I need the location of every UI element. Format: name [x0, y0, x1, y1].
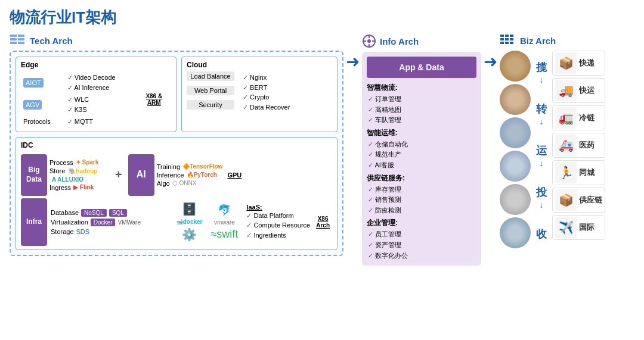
algo-row: Algo ⬡ ONNX — [157, 180, 223, 187]
edge-box: Edge AIOT Video Decode AI Inference — [16, 57, 177, 132]
lenglian-icon: 🚛 — [555, 107, 577, 129]
iaas-ingredients: Ingredients — [246, 230, 310, 241]
onnx-logo: ⬡ ONNX — [172, 180, 197, 186]
alluxio-row: A ALLUXIO — [49, 176, 109, 183]
svg-rect-13 — [505, 35, 509, 37]
ingress-row: Ingress ▶ Flink — [49, 184, 109, 191]
svg-rect-14 — [510, 35, 513, 37]
aiot-chip: AIOT — [23, 78, 44, 88]
info-item-4-2: 资产管理 — [368, 240, 476, 251]
spark-logo: ✦ Spark — [76, 159, 99, 166]
gongyinglian-label: 供应链 — [579, 195, 602, 205]
biz-arch-label: Biz Arch — [520, 36, 556, 46]
check-data-recover: Data Recover — [243, 102, 290, 113]
info-to-biz-arrow: ➜ — [484, 34, 497, 71]
check-wlc: WLC — [67, 95, 137, 105]
photo-2 — [500, 84, 531, 115]
tongcheng-icon: 🏃 — [555, 162, 577, 183]
nosql-badge: NoSQL — [81, 209, 107, 217]
service-lenglian: 🚛 冷链 — [552, 105, 605, 130]
service-kuayun: 🚚 快运 — [552, 78, 605, 103]
agv-chip: AGV — [23, 100, 42, 110]
process-row: Process ✦ Spark — [49, 159, 109, 166]
guoji-label: 国际 — [579, 222, 595, 233]
info-item-4-1: 员工管理 — [368, 229, 476, 240]
tongcheng-label: 同城 — [579, 167, 595, 178]
sds-badge: SDS — [76, 228, 90, 235]
kuayun-icon: 🚚 — [555, 80, 577, 101]
kuaidi-icon: 📦 — [555, 52, 577, 74]
info-section-1: 智慧物流: 订单管理 高精地图 车队管理 — [367, 83, 476, 126]
flink-logo: ▶ Flink — [73, 184, 94, 191]
kuaidi-label: 快递 — [579, 58, 595, 68]
ceph-icon: ⚙️ — [182, 227, 197, 242]
ai-items: Training 🔶TensorFlow Inference 🔥PyTorch … — [157, 163, 223, 187]
x86arch-label: X86Arch — [314, 216, 332, 229]
info-title-4: 企业管理: — [367, 218, 476, 228]
page-title: 物流行业IT架构 — [10, 7, 634, 28]
flow-label-5: 收 — [534, 227, 549, 241]
info-title-2: 智能运维: — [367, 128, 476, 138]
bigdata-items: Process ✦ Spark Store 🐘hadoop A ALLUXIO — [49, 159, 109, 191]
info-arch-section: Info Arch App & Data 智慧物流: 订单管理 高精地图 车队管… — [362, 34, 481, 266]
info-list-2: 仓储自动化 规范生产 AI客服 — [367, 139, 476, 171]
svg-point-7 — [367, 39, 371, 43]
tech-to-info-arrow: ➜ — [346, 34, 360, 71]
app-data-header: App & Data — [367, 57, 476, 78]
info-arch-icon — [362, 34, 376, 48]
info-item-2-2: 规范生产 — [368, 149, 476, 160]
security-label: Security — [187, 100, 234, 110]
flow-label-3: 运 — [534, 144, 549, 158]
idc-top-row: BigData Process ✦ Spark Store 🐘hadoop — [21, 154, 332, 196]
biz-arch-section: Biz Arch 揽 ↓ — [500, 34, 634, 248]
infra-icons2-col: 🐬 vmware ≈swift — [208, 204, 240, 241]
flow-label-1: 揽 — [534, 60, 549, 74]
flow-item-1: 揽 ↓ — [534, 60, 549, 85]
cloud-label-text: Cloud — [187, 61, 332, 69]
info-item-3-3: 防疫检测 — [368, 205, 476, 216]
infra-icons-col: 🗄️ 🐋docker ⚙️ — [174, 202, 205, 242]
info-title-1: 智慧物流: — [367, 83, 476, 93]
svg-rect-5 — [18, 42, 24, 44]
bigdata-section: BigData Process ✦ Spark Store 🐘hadoop — [21, 154, 109, 196]
docker-icon: 🐋docker — [176, 219, 203, 225]
swift-icon: ≈swift — [210, 228, 238, 241]
svg-rect-16 — [505, 38, 509, 40]
info-item-4-3: 数字化办公 — [368, 251, 476, 261]
info-item-2-1: 仓储自动化 — [368, 139, 476, 150]
info-arch-header: Info Arch — [362, 34, 481, 48]
sql-badge: SQL — [109, 209, 127, 217]
edge-cloud-row: Edge AIOT Video Decode AI Inference — [16, 57, 338, 132]
biz-flow-labels: 揽 ↓ 转 ↓ 运 ↓ 投 ↓ — [534, 51, 549, 248]
biz-arch-icon — [500, 34, 516, 47]
biz-services-col: 📦 快递 🚚 快运 🚛 冷链 🚑 医药 — [552, 51, 605, 248]
down-arrow-3: ↓ — [540, 158, 544, 168]
info-section-4: 企业管理: 员工管理 资产管理 数字化办公 — [367, 218, 476, 261]
down-arrow-1: ↓ — [540, 75, 544, 85]
check-crypto: Crypto — [243, 92, 290, 102]
infra-section: Infra Database NoSQL SQL Virtualization … — [21, 198, 332, 246]
idc-box: IDC BigData Process ✦ Spark — [16, 137, 338, 250]
info-item-3-1: 库存管理 — [368, 185, 476, 195]
check-ai-inference: AI Inference — [67, 83, 137, 93]
service-tongcheng: 🏃 同城 — [552, 160, 605, 185]
svg-rect-20 — [510, 42, 513, 44]
svg-rect-18 — [500, 42, 504, 44]
edge-checklist2: WLC K3S — [67, 95, 137, 114]
info-item-3-2: 销售预测 — [368, 195, 476, 205]
redis-icon: 🗄️ — [182, 202, 197, 216]
bigdata-label: BigData — [21, 154, 47, 196]
info-arch-label: Info Arch — [380, 36, 419, 46]
alluxio-logo: A ALLUXIO — [52, 176, 83, 183]
guoji-icon: ✈️ — [555, 217, 577, 238]
store-row: Store 🐘hadoop — [49, 167, 109, 175]
main-layout: Tech Arch Edge AIOT Video Decod — [10, 34, 634, 266]
biz-photos-col — [500, 51, 531, 248]
load-balance-label: Load Balance — [187, 71, 234, 81]
infra-items: Database NoSQL SQL Virtualization Docker… — [51, 209, 170, 235]
svg-rect-1 — [18, 35, 24, 37]
svg-rect-0 — [10, 35, 17, 37]
svg-rect-17 — [510, 38, 513, 40]
docker-badge: Docker — [91, 219, 116, 226]
check-mqtt: MQTT — [67, 117, 137, 127]
